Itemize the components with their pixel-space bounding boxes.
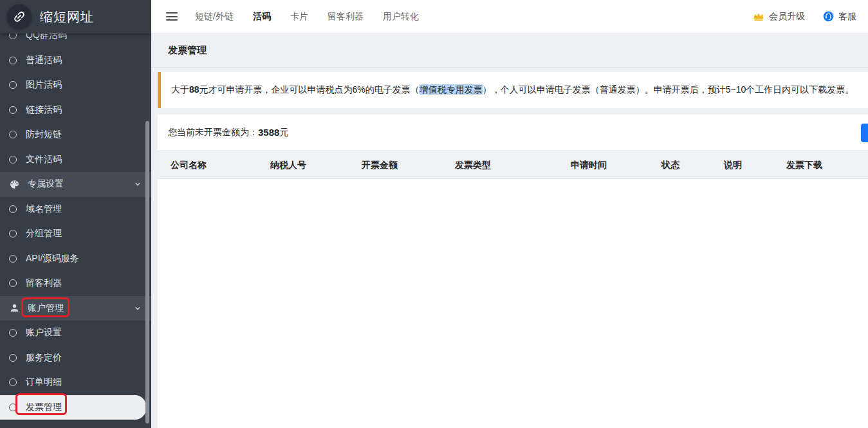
sidebar-item-group-management[interactable]: 分组管理 [0,221,151,247]
nav-tabs: 短链/外链 活码 卡片 留客利器 用户转化 [195,8,419,25]
sidebar-item-customer-retention[interactable]: 留客利器 [0,271,151,296]
circle-icon [9,404,17,411]
column-header-invoice-download: 发票下载 [786,160,868,171]
sidebar-scrollbar[interactable] [145,121,149,423]
circle-icon [9,378,17,386]
chevron-down-icon [133,180,142,189]
circle-icon [9,230,17,237]
top-navbar: 短链/外链 活码 卡片 留客利器 用户转化 会员升级 客服 [151,0,868,33]
circle-icon [9,57,17,64]
app-title: 缩短网址 [40,8,94,26]
circle-icon [9,81,17,89]
sidebar-item-invoice-management[interactable]: 发票管理 [0,395,146,420]
sidebar-item-service-pricing[interactable]: 服务定价 [0,346,151,371]
column-header-taxpayer-id: 纳税人号 [270,160,362,171]
crown-icon [753,12,764,22]
tab-live-code[interactable]: 活码 [253,8,271,25]
user-icon [9,302,20,313]
column-header-apply-time: 申请时间 [571,160,661,171]
palette-icon [9,179,20,190]
sidebar-item-antiblock-shortlink[interactable]: 防封短链 [0,122,151,147]
circle-icon [9,106,17,114]
notice-text: 大于88元才可申请开票，企业可以申请税点为6%的电子发票（增值税专用发票），个人… [171,84,854,96]
circle-icon [9,354,17,362]
nav-actions: 会员升级 客服 [753,11,856,23]
circle-icon [9,205,17,213]
tab-user-conversion[interactable]: 用户转化 [383,8,419,25]
sidebar-item-account-settings[interactable]: 账户设置 [0,321,151,346]
circle-icon [9,279,17,287]
sidebar-item-image-code[interactable]: 图片活码 [0,73,151,98]
column-header-invoice-type: 发票类型 [455,160,571,171]
sidebar-item-normal-code[interactable]: 普通活码 [0,48,151,73]
headset-icon [823,11,834,22]
invoice-table-body-empty [158,179,868,428]
sidebar-group-exclusive-settings[interactable]: 专属设置 [0,172,151,197]
page-title-bar: 发票管理 [151,33,868,68]
invoice-table-header: 公司名称 纳税人号 开票金额 发票类型 申请时间 状态 说明 发票下载 [158,153,868,179]
hamburger-menu-icon[interactable] [166,12,178,21]
sidebar-header: 缩短网址 [0,0,151,33]
tab-shortlink-external[interactable]: 短链/外链 [195,8,234,25]
member-upgrade-button[interactable]: 会员升级 [753,11,805,23]
main-area: 短链/外链 活码 卡片 留客利器 用户转化 会员升级 客服 [151,0,868,428]
sidebar: 缩短网址 QQ群活码 普通活码 图片活码 链接活码 防封短链 文件活码 专属设置… [0,0,151,428]
circle-icon [9,131,17,138]
invoice-notice-banner: 大于88元才可申请开票，企业可以申请税点为6%的电子发票（增值税专用发票），个人… [158,72,868,108]
page-title: 发票管理 [168,44,207,57]
unbilled-amount-label: 您当前未开票金额为： [168,127,258,138]
circle-icon [9,156,17,163]
chevron-down-icon [133,304,142,313]
sidebar-item-order-details[interactable]: 订单明细 [0,370,151,395]
customer-service-button[interactable]: 客服 [823,11,856,23]
unbilled-amount-unit: 元 [279,127,288,138]
apply-invoice-button[interactable] [861,124,868,142]
unbilled-amount-section: 您当前未开票金额为：3588元 [158,115,868,150]
sidebar-item-domain-management[interactable]: 域名管理 [0,197,151,222]
sidebar-item-link-code[interactable]: 链接活码 [0,98,151,123]
link-icon [12,10,26,24]
app-logo[interactable] [7,5,32,29]
sidebar-group-account-management[interactable]: 账户管理 [0,296,151,321]
circle-icon [9,255,17,263]
column-header-description: 说明 [724,160,786,171]
sidebar-menu: QQ群活码 普通活码 图片活码 链接活码 防封短链 文件活码 专属设置 域名管理… [0,23,151,420]
tab-customer-retention[interactable]: 留客利器 [328,8,364,25]
highlighted-text: 增值税专用发票 [420,84,483,95]
circle-icon [9,329,17,337]
app-window: 缩短网址 QQ群活码 普通活码 图片活码 链接活码 防封短链 文件活码 专属设置… [0,0,868,428]
column-header-status: 状态 [661,160,724,171]
unbilled-amount-value: 3588 [258,127,279,138]
tab-card[interactable]: 卡片 [290,8,308,25]
column-header-company-name: 公司名称 [171,160,270,171]
column-header-invoice-amount: 开票金额 [362,160,455,171]
sidebar-item-api-source-service[interactable]: API/源码服务 [0,247,151,272]
sidebar-item-file-code[interactable]: 文件活码 [0,147,151,172]
